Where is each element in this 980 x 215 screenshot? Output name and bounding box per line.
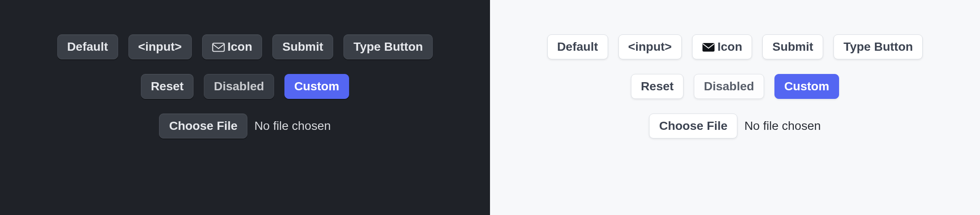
- icon-button[interactable]: Icon: [692, 34, 752, 59]
- custom-button-label: Custom: [294, 80, 339, 92]
- button-row-2: Reset Disabled Custom: [141, 74, 349, 99]
- file-input-row: Choose File No file chosen: [649, 114, 821, 138]
- custom-button[interactable]: Custom: [774, 74, 839, 99]
- svg-rect-0: [212, 43, 224, 52]
- icon-button-label: Icon: [228, 41, 253, 53]
- mail-icon: [212, 42, 225, 52]
- type-button[interactable]: Type Button: [833, 34, 923, 59]
- default-button[interactable]: Default: [57, 34, 118, 59]
- type-button-label: Type Button: [843, 41, 913, 53]
- disabled-button-label: Disabled: [704, 80, 754, 92]
- button-row-1: Default <input> Icon Submit Type Button: [547, 34, 923, 59]
- mail-icon: [702, 42, 715, 52]
- submit-button[interactable]: Submit: [762, 34, 823, 59]
- light-theme-panel: Default <input> Icon Submit Type Button …: [490, 0, 980, 215]
- icon-button-label: Icon: [718, 41, 743, 53]
- button-row-1: Default <input> Icon Submit Type Button: [57, 34, 433, 59]
- default-button-label: Default: [557, 41, 598, 53]
- choose-file-button[interactable]: Choose File: [649, 114, 737, 138]
- reset-button-label: Reset: [641, 80, 674, 92]
- choose-file-button-label: Choose File: [659, 120, 727, 132]
- disabled-button: Disabled: [204, 74, 274, 99]
- svg-rect-1: [702, 43, 715, 52]
- file-status-text: No file chosen: [254, 119, 331, 133]
- default-button[interactable]: Default: [547, 34, 608, 59]
- input-element-button-label: <input>: [628, 41, 672, 53]
- submit-button-label: Submit: [772, 41, 813, 53]
- input-element-button[interactable]: <input>: [128, 34, 192, 59]
- choose-file-button-label: Choose File: [169, 120, 237, 132]
- default-button-label: Default: [67, 41, 108, 53]
- reset-button-label: Reset: [151, 80, 184, 92]
- custom-button-label: Custom: [784, 80, 829, 92]
- file-input-row: Choose File No file chosen: [159, 114, 331, 138]
- submit-button[interactable]: Submit: [272, 34, 333, 59]
- submit-button-label: Submit: [282, 41, 323, 53]
- button-row-2: Reset Disabled Custom: [631, 74, 839, 99]
- input-element-button[interactable]: <input>: [618, 34, 682, 59]
- file-status-text: No file chosen: [744, 119, 821, 133]
- icon-button[interactable]: Icon: [202, 34, 262, 59]
- reset-button[interactable]: Reset: [141, 74, 194, 99]
- choose-file-button[interactable]: Choose File: [159, 114, 247, 138]
- disabled-button: Disabled: [694, 74, 764, 99]
- custom-button[interactable]: Custom: [284, 74, 349, 99]
- type-button-label: Type Button: [353, 41, 423, 53]
- disabled-button-label: Disabled: [214, 80, 264, 92]
- dark-theme-panel: Default <input> Icon Submit Type Button …: [0, 0, 490, 215]
- type-button[interactable]: Type Button: [343, 34, 433, 59]
- reset-button[interactable]: Reset: [631, 74, 684, 99]
- input-element-button-label: <input>: [138, 41, 182, 53]
